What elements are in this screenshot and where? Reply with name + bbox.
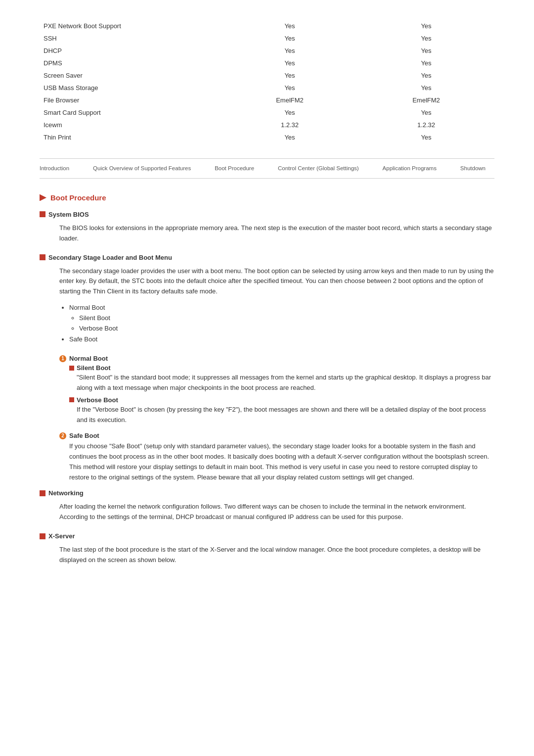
subsection-icon-2 (40, 254, 45, 260)
nav-item[interactable]: Quick Overview of Supported Features (84, 163, 200, 174)
networking-icon (40, 490, 45, 496)
feature-val2: 1.2.32 (358, 119, 494, 131)
boot-procedure-section-title: Boot Procedure (40, 193, 494, 202)
feature-name: DPMS (40, 57, 222, 69)
feature-row: Icewm 1.2.32 1.2.32 (40, 119, 494, 131)
feature-val2: Yes (358, 20, 494, 32)
feature-name: DHCP (40, 45, 222, 57)
feature-val2: Yes (358, 69, 494, 82)
feature-val1: Yes (222, 69, 358, 82)
nav-bar: IntroductionQuick Overview of Supported … (40, 158, 494, 179)
verbose-boot-icon (69, 397, 74, 402)
feature-row: DPMS Yes Yes (40, 57, 494, 69)
networking-body: After loading the kernel the network con… (59, 502, 494, 522)
feature-val2: Yes (358, 57, 494, 69)
feature-row: SSH Yes Yes (40, 32, 494, 45)
safe-boot-body: If you choose "Safe Boot" (setup only wi… (69, 441, 494, 482)
feature-row: DHCP Yes Yes (40, 45, 494, 57)
feature-val2: Yes (358, 32, 494, 45)
secondary-stage-subsection: Secondary Stage Loader and Boot Menu The… (40, 254, 494, 345)
feature-name: USB Mass Storage (40, 82, 222, 94)
feature-row: Screen Saver Yes Yes (40, 69, 494, 82)
feature-row: Thin Print Yes Yes (40, 131, 494, 143)
feature-val1: Yes (222, 106, 358, 119)
feature-name: Icewm (40, 119, 222, 131)
feature-name: File Browser (40, 94, 222, 106)
secondary-stage-title: Secondary Stage Loader and Boot Menu (40, 254, 494, 261)
subsection-icon (40, 211, 45, 217)
boot-bullet-item: Normal BootSilent BootVerbose Boot (69, 303, 494, 333)
feature-val1: Yes (222, 32, 358, 45)
nav-item[interactable]: Application Programs (374, 163, 445, 174)
verbose-boot-title: Verbose Boot (69, 396, 494, 404)
xserver-subsection: X-Server The last step of the boot proce… (40, 532, 494, 566)
feature-row: USB Mass Storage Yes Yes (40, 82, 494, 94)
silent-boot-title: Silent Boot (69, 364, 494, 372)
networking-title: Networking (40, 489, 494, 497)
boot-bullet-item: Safe Boot (69, 334, 494, 345)
section-title-text: Boot Procedure (50, 193, 106, 202)
feature-val2: Yes (358, 131, 494, 143)
feature-val1: Yes (222, 45, 358, 57)
feature-val2: EmelFM2 (358, 94, 494, 106)
silent-boot-icon (69, 366, 74, 371)
safe-boot-badge: 2 (59, 432, 66, 439)
verbose-boot-entry: Verbose Boot If the "Verbose Boot" is ch… (69, 396, 494, 425)
feature-row: Smart Card Support Yes Yes (40, 106, 494, 119)
section-title-icon (40, 194, 46, 201)
safe-boot-title: 2 Safe Boot (59, 432, 494, 439)
feature-val1: EmelFM2 (222, 94, 358, 106)
nav-item[interactable]: Control Center (Global Settings) (269, 163, 368, 174)
nav-item[interactable]: Boot Procedure (206, 163, 263, 174)
feature-name: Smart Card Support (40, 106, 222, 119)
normal-boot-section: 1 Normal Boot Silent Boot "Silent Boot" … (59, 355, 494, 425)
feature-val1: Yes (222, 82, 358, 94)
xserver-body: The last step of the boot procedure is t… (59, 545, 494, 566)
safe-boot-section: 2 Safe Boot If you choose "Safe Boot" (s… (59, 432, 494, 482)
feature-name: Thin Print (40, 131, 222, 143)
silent-boot-text: "Silent Boot" is the standard boot mode;… (77, 373, 494, 393)
boot-sub-bullet-item: Verbose Boot (79, 324, 494, 334)
feature-val1: Yes (222, 20, 358, 32)
xserver-icon (40, 533, 45, 539)
verbose-boot-text: If the "Verbose Boot" is chosen (by pres… (77, 405, 494, 425)
system-bios-body: The BIOS looks for extensions in the app… (59, 223, 494, 244)
nav-item[interactable]: Introduction (40, 163, 78, 174)
silent-boot-entry: Silent Boot "Silent Boot" is the standar… (69, 364, 494, 393)
feature-name: Screen Saver (40, 69, 222, 82)
feature-val1: Yes (222, 131, 358, 143)
feature-name: PXE Network Boot Support (40, 20, 222, 32)
boot-sub-bullet-item: Silent Boot (79, 313, 494, 324)
feature-val1: Yes (222, 57, 358, 69)
normal-boot-title: 1 Normal Boot (59, 355, 494, 362)
feature-val1: 1.2.32 (222, 119, 358, 131)
feature-name: SSH (40, 32, 222, 45)
boot-options-list: Normal BootSilent BootVerbose BootSafe B… (69, 303, 494, 345)
feature-val2: Yes (358, 106, 494, 119)
feature-val2: Yes (358, 82, 494, 94)
feature-row: File Browser EmelFM2 EmelFM2 (40, 94, 494, 106)
secondary-stage-body: The secondary stage loader provides the … (59, 266, 494, 297)
nav-item[interactable]: Shutdown (451, 163, 494, 174)
feature-val2: Yes (358, 45, 494, 57)
feature-table: PXE Network Boot Support Yes Yes SSH Yes… (40, 20, 494, 143)
normal-boot-badge: 1 (59, 355, 66, 362)
networking-subsection: Networking After loading the kernel the … (40, 489, 494, 522)
xserver-title: X-Server (40, 532, 494, 540)
system-bios-title: System BIOS (40, 211, 494, 218)
system-bios-subsection: System BIOS The BIOS looks for extension… (40, 211, 494, 244)
feature-row: PXE Network Boot Support Yes Yes (40, 20, 494, 32)
